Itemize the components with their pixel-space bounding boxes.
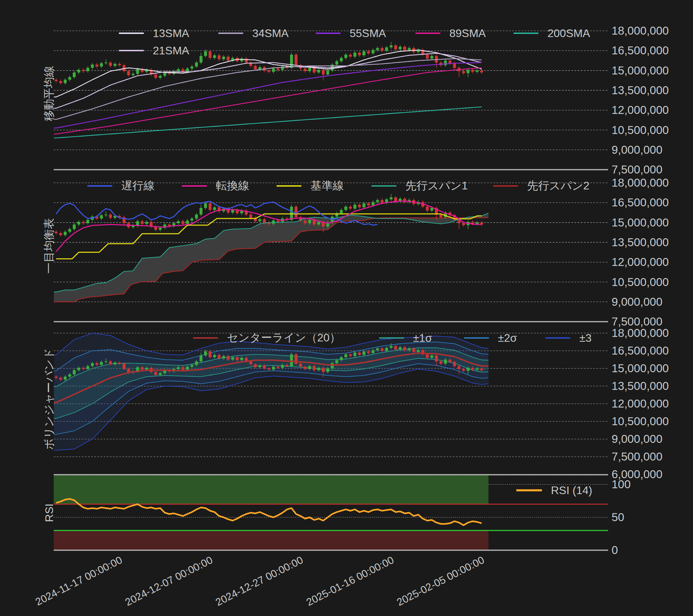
svg-text:9,000,000: 9,000,000: [612, 295, 663, 308]
legend-item-sigma-2: ±2σ: [464, 331, 517, 345]
svg-text:16,500,000: 16,500,000: [612, 344, 669, 357]
legend-item-55sma: 55SMA: [316, 26, 386, 40]
legend-item-13sma: 13SMA: [119, 26, 189, 40]
senkou-span-1-swatch: [371, 185, 396, 187]
svg-text:16,500,000: 16,500,000: [612, 44, 669, 57]
svg-text:18,000,000: 18,000,000: [612, 176, 669, 189]
svg-text:2024-12-07 00:00:00: 2024-12-07 00:00:00: [123, 554, 214, 608]
svg-text:2024-12-27 00:00:00: 2024-12-27 00:00:00: [214, 554, 305, 608]
legend-item-sigma-1: ±1σ: [379, 331, 432, 345]
svg-text:9,000,000: 9,000,000: [612, 432, 663, 445]
kijun-line-swatch: [277, 185, 301, 187]
senkou-span-2-swatch: [493, 185, 518, 187]
tenkan-line-swatch: [182, 185, 207, 187]
55sma-swatch: [316, 33, 341, 34]
panel-title-moving-averages: 移動平均線: [42, 66, 57, 121]
chart-plot-area: 18,000,00016,500,00015,000,00013,500,000…: [0, 0, 693, 616]
rsi-swatch: [516, 489, 542, 491]
svg-text:10,500,000: 10,500,000: [612, 415, 669, 428]
panel-title-ichimoku: 一目均衡表: [42, 218, 57, 274]
svg-text:13,500,000: 13,500,000: [612, 84, 669, 97]
svg-text:15,000,000: 15,000,000: [612, 64, 669, 77]
sigma-1-swatch: [379, 337, 404, 339]
panel-title-bollinger: ボリンジャーバンド: [42, 348, 57, 450]
sigma-3-swatch: [545, 337, 570, 339]
legend-item-89sma: 89SMA: [415, 26, 486, 40]
svg-text:2024-11-17 00:00:00: 2024-11-17 00:00:00: [34, 554, 124, 608]
svg-text:12,000,000: 12,000,000: [612, 397, 669, 410]
200sma-swatch: [514, 33, 538, 34]
svg-text:18,000,000: 18,000,000: [612, 327, 669, 339]
lagging-span-swatch: [87, 185, 112, 187]
34sma-swatch: [218, 33, 243, 34]
legend-item-lagging-span: 遅行線: [87, 179, 155, 193]
sigma-2-swatch: [464, 337, 489, 339]
svg-text:7,500,000: 7,500,000: [612, 315, 663, 328]
svg-text:13,500,000: 13,500,000: [612, 380, 669, 392]
svg-text:0: 0: [612, 544, 618, 556]
legend-item-sigma-3: ±3: [545, 331, 591, 345]
legend-item-34sma: 34SMA: [218, 26, 289, 40]
legend-item-kijun-line: 基準線: [277, 179, 344, 193]
legend-item-21sma: 21SMA: [119, 44, 189, 57]
legend-item-rsi: RSI (14): [516, 483, 592, 497]
legend-item-senkou-span-1: 先行スパン1: [371, 179, 468, 193]
svg-text:15,000,000: 15,000,000: [612, 216, 669, 229]
chart-stage: 18,000,00016,500,00015,000,00013,500,000…: [0, 0, 693, 616]
svg-text:10,500,000: 10,500,000: [612, 276, 669, 288]
svg-text:10,500,000: 10,500,000: [612, 124, 669, 136]
legend-item-senkou-span-2: 先行スパン2: [493, 179, 589, 193]
21sma-swatch: [119, 50, 144, 51]
13sma-swatch: [119, 33, 144, 34]
svg-text:2025-02-05 00:00:00: 2025-02-05 00:00:00: [395, 554, 486, 608]
89sma-swatch: [415, 33, 440, 34]
center-line-swatch: [193, 337, 218, 339]
legend-item-center-line: センターライン（20）: [193, 331, 341, 345]
legend-item-tenkan-line: 転換線: [182, 179, 249, 193]
svg-text:12,000,000: 12,000,000: [612, 256, 669, 268]
svg-text:100: 100: [612, 478, 631, 491]
svg-text:16,500,000: 16,500,000: [612, 196, 669, 209]
svg-text:50: 50: [612, 511, 624, 524]
svg-text:15,000,000: 15,000,000: [612, 362, 669, 375]
svg-text:13,500,000: 13,500,000: [612, 236, 669, 249]
panel-title-rsi: RSI: [43, 503, 56, 522]
svg-text:2025-01-16 00:00:00: 2025-01-16 00:00:00: [305, 554, 396, 608]
svg-text:9,000,000: 9,000,000: [612, 143, 663, 156]
svg-text:12,000,000: 12,000,000: [612, 104, 669, 116]
svg-text:7,500,000: 7,500,000: [612, 163, 663, 176]
svg-text:7,500,000: 7,500,000: [612, 450, 663, 463]
legend-item-200sma: 200SMA: [514, 26, 590, 40]
svg-text:18,000,000: 18,000,000: [612, 24, 669, 37]
